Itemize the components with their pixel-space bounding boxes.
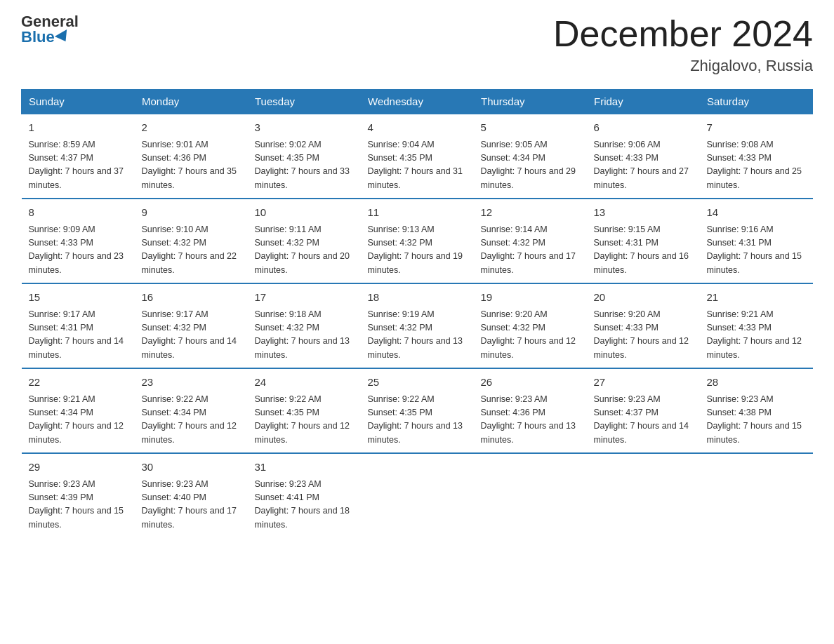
calendar-day-cell: 28 Sunrise: 9:23 AM Sunset: 4:38 PM Dayl…: [700, 368, 813, 453]
calendar-day-cell: 17 Sunrise: 9:18 AM Sunset: 4:32 PM Dayl…: [248, 283, 361, 368]
weekday-header-row: SundayMondayTuesdayWednesdayThursdayFrid…: [22, 90, 813, 114]
logo-triangle-icon: [55, 29, 72, 45]
day-number: 17: [255, 290, 354, 306]
day-number: 28: [707, 375, 806, 391]
month-title: December 2024: [553, 14, 813, 54]
calendar-day-cell: [474, 453, 587, 537]
calendar-day-cell: 31 Sunrise: 9:23 AM Sunset: 4:41 PM Dayl…: [248, 453, 361, 537]
day-info: Sunrise: 9:23 AM Sunset: 4:41 PM Dayligh…: [255, 478, 354, 532]
calendar-day-cell: 30 Sunrise: 9:23 AM Sunset: 4:40 PM Dayl…: [135, 453, 248, 537]
day-info: Sunrise: 9:16 AM Sunset: 4:31 PM Dayligh…: [707, 223, 806, 278]
day-number: 1: [29, 120, 128, 136]
day-number: 14: [707, 205, 806, 221]
calendar-day-cell: [700, 453, 813, 537]
calendar-week-row: 8 Sunrise: 9:09 AM Sunset: 4:33 PM Dayli…: [22, 199, 813, 283]
day-number: 26: [481, 375, 580, 391]
calendar-day-cell: 25 Sunrise: 9:22 AM Sunset: 4:35 PM Dayl…: [361, 368, 474, 453]
day-number: 2: [142, 120, 241, 136]
day-number: 27: [594, 375, 693, 391]
day-number: 31: [255, 459, 354, 476]
day-number: 16: [142, 290, 241, 306]
day-info: Sunrise: 9:22 AM Sunset: 4:35 PM Dayligh…: [368, 393, 467, 448]
day-info: Sunrise: 9:17 AM Sunset: 4:32 PM Dayligh…: [142, 308, 241, 363]
day-number: 11: [368, 205, 467, 221]
day-info: Sunrise: 9:13 AM Sunset: 4:32 PM Dayligh…: [368, 223, 467, 278]
day-number: 8: [29, 205, 128, 221]
weekday-header-friday: Friday: [587, 90, 700, 114]
day-number: 22: [29, 375, 128, 391]
day-number: 6: [594, 120, 693, 136]
day-info: Sunrise: 9:09 AM Sunset: 4:33 PM Dayligh…: [29, 223, 128, 278]
weekday-header-thursday: Thursday: [474, 90, 587, 114]
day-info: Sunrise: 9:23 AM Sunset: 4:39 PM Dayligh…: [29, 478, 128, 532]
day-info: Sunrise: 9:20 AM Sunset: 4:32 PM Dayligh…: [481, 308, 580, 363]
day-info: Sunrise: 9:21 AM Sunset: 4:33 PM Dayligh…: [707, 308, 806, 363]
day-info: Sunrise: 9:10 AM Sunset: 4:32 PM Dayligh…: [142, 223, 241, 278]
calendar-table: SundayMondayTuesdayWednesdayThursdayFrid…: [21, 89, 813, 537]
day-info: Sunrise: 9:22 AM Sunset: 4:34 PM Dayligh…: [142, 393, 241, 448]
logo: General Blue: [21, 14, 79, 45]
logo-blue-text: Blue: [21, 29, 70, 45]
calendar-day-cell: 20 Sunrise: 9:20 AM Sunset: 4:33 PM Dayl…: [587, 283, 700, 368]
day-info: Sunrise: 9:23 AM Sunset: 4:37 PM Dayligh…: [594, 393, 693, 448]
calendar-day-cell: 5 Sunrise: 9:05 AM Sunset: 4:34 PM Dayli…: [474, 114, 587, 199]
calendar-week-row: 15 Sunrise: 9:17 AM Sunset: 4:31 PM Dayl…: [22, 283, 813, 368]
day-number: 5: [481, 120, 580, 136]
calendar-day-cell: 16 Sunrise: 9:17 AM Sunset: 4:32 PM Dayl…: [135, 283, 248, 368]
day-info: Sunrise: 9:04 AM Sunset: 4:35 PM Dayligh…: [368, 138, 467, 193]
calendar-day-cell: 13 Sunrise: 9:15 AM Sunset: 4:31 PM Dayl…: [587, 199, 700, 283]
calendar-day-cell: 23 Sunrise: 9:22 AM Sunset: 4:34 PM Dayl…: [135, 368, 248, 453]
day-info: Sunrise: 9:05 AM Sunset: 4:34 PM Dayligh…: [481, 138, 580, 193]
calendar-week-row: 1 Sunrise: 8:59 AM Sunset: 4:37 PM Dayli…: [22, 114, 813, 199]
day-number: 20: [594, 290, 693, 306]
calendar-week-row: 29 Sunrise: 9:23 AM Sunset: 4:39 PM Dayl…: [22, 453, 813, 537]
calendar-day-cell: 1 Sunrise: 8:59 AM Sunset: 4:37 PM Dayli…: [22, 114, 135, 199]
location-text: Zhigalovo, Russia: [553, 57, 813, 75]
calendar-day-cell: 29 Sunrise: 9:23 AM Sunset: 4:39 PM Dayl…: [22, 453, 135, 537]
day-number: 18: [368, 290, 467, 306]
day-info: Sunrise: 9:17 AM Sunset: 4:31 PM Dayligh…: [29, 308, 128, 363]
day-number: 21: [707, 290, 806, 306]
weekday-header-tuesday: Tuesday: [248, 90, 361, 114]
title-block: December 2024 Zhigalovo, Russia: [553, 14, 813, 75]
calendar-day-cell: 9 Sunrise: 9:10 AM Sunset: 4:32 PM Dayli…: [135, 199, 248, 283]
weekday-header-wednesday: Wednesday: [361, 90, 474, 114]
day-info: Sunrise: 9:23 AM Sunset: 4:40 PM Dayligh…: [142, 478, 241, 532]
day-info: Sunrise: 9:15 AM Sunset: 4:31 PM Dayligh…: [594, 223, 693, 278]
weekday-header-sunday: Sunday: [22, 90, 135, 114]
day-info: Sunrise: 9:08 AM Sunset: 4:33 PM Dayligh…: [707, 138, 806, 193]
day-info: Sunrise: 9:18 AM Sunset: 4:32 PM Dayligh…: [255, 308, 354, 363]
day-number: 19: [481, 290, 580, 306]
calendar-day-cell: [361, 453, 474, 537]
logo-general-text: General: [21, 14, 79, 29]
calendar-day-cell: 12 Sunrise: 9:14 AM Sunset: 4:32 PM Dayl…: [474, 199, 587, 283]
day-info: Sunrise: 9:11 AM Sunset: 4:32 PM Dayligh…: [255, 223, 354, 278]
page-header: General Blue December 2024 Zhigalovo, Ru…: [21, 14, 813, 75]
calendar-day-cell: 6 Sunrise: 9:06 AM Sunset: 4:33 PM Dayli…: [587, 114, 700, 199]
day-number: 9: [142, 205, 241, 221]
day-number: 10: [255, 205, 354, 221]
day-info: Sunrise: 9:23 AM Sunset: 4:36 PM Dayligh…: [481, 393, 580, 448]
day-info: Sunrise: 9:21 AM Sunset: 4:34 PM Dayligh…: [29, 393, 128, 448]
calendar-day-cell: 26 Sunrise: 9:23 AM Sunset: 4:36 PM Dayl…: [474, 368, 587, 453]
day-number: 12: [481, 205, 580, 221]
calendar-day-cell: 24 Sunrise: 9:22 AM Sunset: 4:35 PM Dayl…: [248, 368, 361, 453]
day-number: 4: [368, 120, 467, 136]
calendar-day-cell: [587, 453, 700, 537]
calendar-week-row: 22 Sunrise: 9:21 AM Sunset: 4:34 PM Dayl…: [22, 368, 813, 453]
day-number: 24: [255, 375, 354, 391]
calendar-day-cell: 11 Sunrise: 9:13 AM Sunset: 4:32 PM Dayl…: [361, 199, 474, 283]
day-number: 13: [594, 205, 693, 221]
day-number: 7: [707, 120, 806, 136]
day-info: Sunrise: 9:23 AM Sunset: 4:38 PM Dayligh…: [707, 393, 806, 448]
calendar-day-cell: 3 Sunrise: 9:02 AM Sunset: 4:35 PM Dayli…: [248, 114, 361, 199]
calendar-day-cell: 15 Sunrise: 9:17 AM Sunset: 4:31 PM Dayl…: [22, 283, 135, 368]
calendar-day-cell: 21 Sunrise: 9:21 AM Sunset: 4:33 PM Dayl…: [700, 283, 813, 368]
day-info: Sunrise: 9:20 AM Sunset: 4:33 PM Dayligh…: [594, 308, 693, 363]
calendar-day-cell: 7 Sunrise: 9:08 AM Sunset: 4:33 PM Dayli…: [700, 114, 813, 199]
calendar-day-cell: 14 Sunrise: 9:16 AM Sunset: 4:31 PM Dayl…: [700, 199, 813, 283]
day-number: 30: [142, 459, 241, 476]
calendar-day-cell: 2 Sunrise: 9:01 AM Sunset: 4:36 PM Dayli…: [135, 114, 248, 199]
calendar-day-cell: 8 Sunrise: 9:09 AM Sunset: 4:33 PM Dayli…: [22, 199, 135, 283]
calendar-day-cell: 10 Sunrise: 9:11 AM Sunset: 4:32 PM Dayl…: [248, 199, 361, 283]
